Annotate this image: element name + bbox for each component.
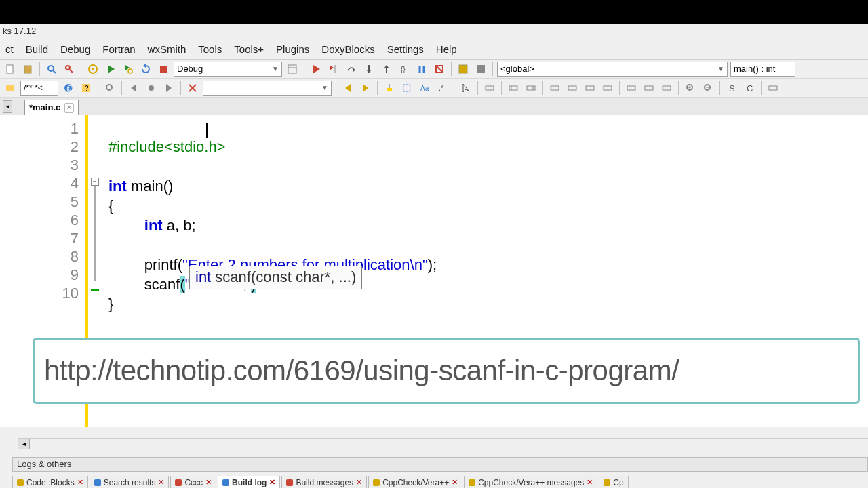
regex-icon[interactable]: .* bbox=[435, 81, 450, 96]
log-tab-build-log[interactable]: Build log✕ bbox=[218, 476, 280, 488]
new-file-icon[interactable] bbox=[3, 62, 18, 77]
menu-settings[interactable]: Settings bbox=[387, 43, 424, 55]
chevron-down-icon: ▼ bbox=[272, 65, 279, 73]
step-over-icon[interactable] bbox=[344, 62, 359, 77]
logs-panel-header[interactable]: Logs & others bbox=[12, 457, 868, 472]
menu-tools-plus[interactable]: Tools+ bbox=[234, 43, 264, 55]
clear-icon[interactable] bbox=[185, 81, 200, 96]
step-into-icon[interactable] bbox=[361, 62, 376, 77]
fold-toggle-icon[interactable]: − bbox=[91, 178, 99, 186]
paste-icon[interactable] bbox=[20, 62, 35, 77]
function-scope-dropdown[interactable]: main() : int bbox=[730, 62, 795, 77]
close-icon[interactable]: ✕ bbox=[452, 478, 458, 487]
box10-icon[interactable] bbox=[659, 81, 674, 96]
log-tab-extra[interactable]: Cp bbox=[599, 476, 628, 488]
tab-label: *main.c bbox=[29, 102, 60, 113]
box9-icon[interactable] bbox=[642, 81, 656, 96]
tab-main-c[interactable]: *main.c ✕ bbox=[24, 100, 79, 115]
zoom-out-icon[interactable] bbox=[701, 81, 715, 96]
box6-icon[interactable] bbox=[583, 81, 597, 96]
box4-icon[interactable] bbox=[547, 81, 562, 96]
menu-fortran[interactable]: Fortran bbox=[102, 43, 135, 55]
run-icon[interactable] bbox=[103, 62, 118, 77]
log-tab-cccc[interactable]: Cccc✕ bbox=[170, 476, 216, 488]
nav-back-icon[interactable] bbox=[126, 81, 141, 96]
close-icon[interactable]: ✕ bbox=[77, 478, 83, 487]
svg-rect-43 bbox=[387, 88, 392, 92]
target-options-icon[interactable] bbox=[285, 62, 300, 77]
close-icon[interactable]: ✕ bbox=[587, 478, 593, 487]
tabbar-scroll-handle[interactable]: ◂ bbox=[3, 100, 12, 113]
menu-debug[interactable]: Debug bbox=[60, 43, 90, 55]
menu-project-partial[interactable]: ct bbox=[5, 43, 14, 55]
info-icon[interactable] bbox=[473, 62, 488, 77]
cursor-icon[interactable] bbox=[458, 81, 473, 96]
build-run-icon[interactable] bbox=[121, 62, 136, 77]
log-tab-codeblocks[interactable]: Code::Blocks✕ bbox=[12, 476, 88, 488]
box2-icon[interactable] bbox=[506, 81, 521, 96]
highlight-icon[interactable] bbox=[382, 81, 397, 96]
run-to-cursor-icon[interactable] bbox=[326, 62, 341, 77]
zoom-fit-icon[interactable] bbox=[102, 81, 117, 96]
box3-icon[interactable] bbox=[524, 81, 538, 96]
box-last-icon[interactable] bbox=[766, 81, 781, 96]
menu-build[interactable]: Build bbox=[26, 43, 48, 55]
abort-icon[interactable] bbox=[156, 62, 171, 77]
next-icon[interactable] bbox=[358, 81, 373, 96]
menu-plugins[interactable]: Plugins bbox=[276, 43, 309, 55]
box1-icon[interactable] bbox=[482, 81, 497, 96]
log-tab-build-messages[interactable]: Build messages✕ bbox=[281, 476, 367, 488]
letter-c-icon[interactable]: C bbox=[742, 81, 757, 96]
empty-dropdown[interactable]: ▼ bbox=[203, 81, 332, 96]
scope-dropdown[interactable]: <global> ▼ bbox=[497, 62, 728, 77]
find-icon[interactable] bbox=[44, 62, 59, 77]
svg-rect-57 bbox=[604, 86, 612, 90]
nav-dot-icon[interactable] bbox=[144, 81, 159, 96]
build-icon[interactable] bbox=[85, 62, 100, 77]
svg-marker-41 bbox=[345, 84, 351, 92]
close-icon[interactable]: ✕ bbox=[205, 478, 212, 487]
prev-icon[interactable] bbox=[340, 81, 355, 96]
stop-debug-icon[interactable] bbox=[432, 62, 447, 77]
close-icon[interactable]: ✕ bbox=[158, 478, 164, 487]
nav-forward-icon[interactable] bbox=[161, 81, 176, 96]
log-tab-search[interactable]: Search results✕ bbox=[90, 476, 170, 488]
help-doxy-icon[interactable]: ? bbox=[79, 81, 94, 96]
close-icon[interactable]: ✕ bbox=[356, 478, 362, 487]
box7-icon[interactable] bbox=[600, 81, 615, 96]
svg-marker-8 bbox=[108, 65, 115, 73]
close-icon[interactable]: ✕ bbox=[64, 103, 74, 113]
svg-rect-59 bbox=[645, 86, 653, 90]
box8-icon[interactable] bbox=[624, 81, 639, 96]
find-replace-icon[interactable] bbox=[62, 62, 77, 77]
build-target-dropdown[interactable]: Debug ▼ bbox=[174, 62, 282, 77]
rebuild-icon[interactable] bbox=[138, 62, 153, 77]
log-tab-cppcheck[interactable]: CppCheck/Vera++✕ bbox=[368, 476, 462, 488]
menu-bar: ct Build Debug Fortran wxSmith Tools Too… bbox=[0, 39, 868, 60]
next-instruction-icon[interactable]: {} bbox=[397, 62, 412, 77]
selection-icon[interactable] bbox=[399, 81, 414, 96]
debug-start-icon[interactable] bbox=[309, 62, 323, 77]
break-icon[interactable] bbox=[414, 62, 429, 77]
horizontal-scrollbar[interactable]: ◂ bbox=[18, 438, 868, 450]
log-tab-cppcheck-messages[interactable]: CppCheck/Vera++ messages✕ bbox=[464, 476, 597, 488]
logs-tab-bar: Code::Blocks✕ Search results✕ Cccc✕ Buil… bbox=[12, 476, 868, 488]
tab-icon bbox=[604, 479, 610, 486]
menu-tools[interactable]: Tools bbox=[198, 43, 222, 55]
menu-wxsmith[interactable]: wxSmith bbox=[148, 43, 186, 55]
close-icon[interactable]: ✕ bbox=[269, 478, 275, 487]
debugging-windows-icon[interactable] bbox=[456, 62, 471, 77]
menu-help[interactable]: Help bbox=[436, 43, 457, 55]
at-doxy-icon[interactable]: @ bbox=[61, 81, 76, 96]
letter-s-icon[interactable]: S bbox=[724, 81, 739, 96]
comment-style-field[interactable]: /** *< bbox=[20, 81, 58, 96]
step-out-icon[interactable] bbox=[379, 62, 394, 77]
box5-icon[interactable] bbox=[565, 81, 580, 96]
doxy-comment-icon[interactable] bbox=[3, 81, 18, 96]
match-case-icon[interactable]: Aa bbox=[417, 81, 432, 96]
svg-marker-42 bbox=[363, 84, 368, 92]
svg-text:Aa: Aa bbox=[420, 85, 429, 92]
scroll-left-button[interactable]: ◂ bbox=[18, 439, 30, 449]
zoom-in-icon[interactable] bbox=[683, 81, 698, 96]
menu-doxyblocks[interactable]: DoxyBlocks bbox=[321, 43, 374, 55]
